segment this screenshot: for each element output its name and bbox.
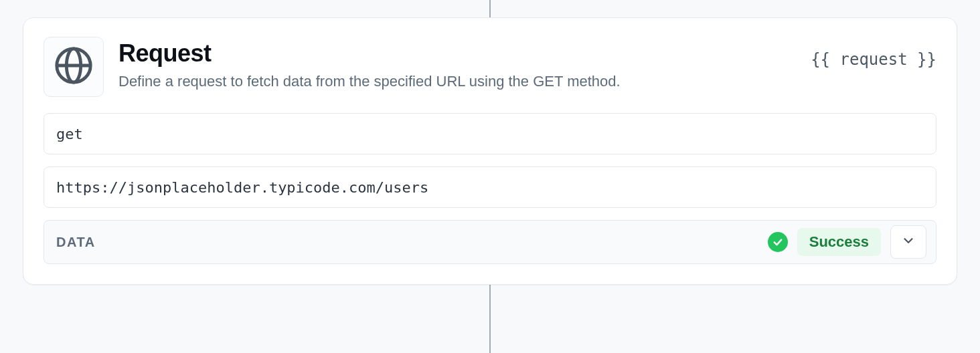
method-input[interactable] [44, 113, 936, 154]
result-label: DATA [56, 235, 758, 250]
node-icon-box [44, 37, 104, 97]
expand-result-button[interactable] [890, 225, 926, 259]
status-badge: Success [797, 228, 881, 256]
title-block: Request Define a request to fetch data f… [118, 37, 796, 92]
url-input[interactable] [44, 166, 936, 208]
chevron-down-icon [901, 233, 916, 251]
card-subtitle: Define a request to fetch data from the … [118, 72, 796, 92]
check-circle-icon [768, 232, 788, 252]
globe-icon [53, 45, 94, 89]
card-header: Request Define a request to fetch data f… [44, 37, 936, 97]
result-bar: DATA Success [44, 220, 936, 264]
request-node-card: Request Define a request to fetch data f… [23, 17, 957, 285]
variable-reference: {{ request }} [811, 37, 936, 69]
card-title: Request [118, 39, 796, 68]
